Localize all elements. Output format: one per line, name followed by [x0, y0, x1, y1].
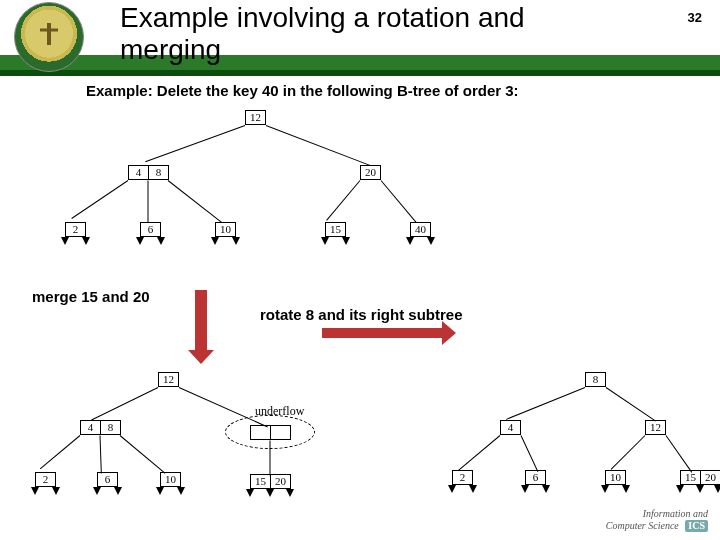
rotate-arrow-icon — [322, 328, 442, 338]
node-key: 4 — [128, 165, 149, 180]
edge — [71, 180, 128, 219]
edge — [270, 441, 271, 476]
edge — [606, 387, 656, 421]
null-pointer-icon — [232, 237, 240, 245]
null-pointer-icon — [93, 487, 101, 495]
merge-arrow-icon — [195, 290, 207, 350]
node-key: 15 — [250, 474, 271, 489]
node-key: 6 — [97, 472, 118, 487]
edge — [506, 387, 585, 420]
mid-leaf-4: 15 20 — [250, 474, 291, 489]
node-key: 20 — [270, 474, 291, 489]
edge — [521, 435, 539, 472]
edge — [326, 180, 360, 220]
mid-leaf-2: 6 — [97, 472, 118, 487]
right-l1-left-node: 4 — [500, 420, 521, 435]
null-pointer-icon — [82, 237, 90, 245]
null-pointer-icon — [246, 489, 254, 497]
node-key: 4 — [500, 420, 521, 435]
merge-label: merge 15 and 20 — [32, 288, 150, 305]
null-pointer-icon — [157, 237, 165, 245]
mid-l1-left-node: 4 8 — [80, 420, 121, 435]
null-pointer-icon — [427, 237, 435, 245]
top-leaf-2: 6 — [140, 222, 161, 237]
null-pointer-icon — [406, 237, 414, 245]
department-logo: Information and Computer Science ICS — [606, 509, 708, 532]
null-pointer-icon — [342, 237, 350, 245]
null-pointer-icon — [696, 485, 704, 493]
node-key: 4 — [80, 420, 101, 435]
edge — [120, 435, 166, 474]
null-pointer-icon — [114, 487, 122, 495]
top-leaf-3: 10 — [215, 222, 236, 237]
top-root-node: 12 — [245, 110, 266, 125]
node-key: 20 — [360, 165, 381, 180]
right-leaf-1: 2 — [452, 470, 473, 485]
node-key: 6 — [140, 222, 161, 237]
node-key: 12 — [245, 110, 266, 125]
null-pointer-icon — [177, 487, 185, 495]
top-l1-left-node: 4 8 — [128, 165, 169, 180]
null-pointer-icon — [156, 487, 164, 495]
mid-root-node: 12 — [158, 372, 179, 387]
mid-leaf-3: 10 — [160, 472, 181, 487]
edge — [168, 180, 222, 223]
null-pointer-icon — [61, 237, 69, 245]
edge — [148, 181, 149, 223]
footer-badge: ICS — [685, 520, 708, 533]
edge — [145, 125, 245, 162]
null-pointer-icon — [286, 489, 294, 497]
node-key: 8 — [585, 372, 606, 387]
null-pointer-icon — [542, 485, 550, 493]
mid-leaf-1: 2 — [35, 472, 56, 487]
right-leaf-4: 15 20 — [680, 470, 720, 485]
null-pointer-icon — [31, 487, 39, 495]
node-key: 15 — [325, 222, 346, 237]
footer-line1: Information and — [643, 508, 708, 519]
right-root-node: 8 — [585, 372, 606, 387]
null-pointer-icon — [266, 489, 274, 497]
edge — [611, 435, 646, 470]
right-leaf-3: 10 — [605, 470, 626, 485]
node-key: 40 — [410, 222, 431, 237]
null-pointer-icon — [448, 485, 456, 493]
node-key: 20 — [700, 470, 720, 485]
null-pointer-icon — [211, 237, 219, 245]
node-key: 2 — [35, 472, 56, 487]
null-pointer-icon — [521, 485, 529, 493]
top-leaf-4: 15 — [325, 222, 346, 237]
null-pointer-icon — [714, 485, 720, 493]
edge — [666, 435, 693, 472]
node-key: 12 — [158, 372, 179, 387]
top-leaf-1: 2 — [65, 222, 86, 237]
node-key: 2 — [65, 222, 86, 237]
node-key: 10 — [160, 472, 181, 487]
rotate-label: rotate 8 and its right subtree — [260, 306, 463, 323]
node-key: 10 — [605, 470, 626, 485]
edge — [91, 387, 158, 420]
null-pointer-icon — [676, 485, 684, 493]
null-pointer-icon — [136, 237, 144, 245]
right-l1-right-node: 12 — [645, 420, 666, 435]
null-pointer-icon — [622, 485, 630, 493]
top-l1-right-node: 20 — [360, 165, 381, 180]
diagram-area: 12 4 8 20 2 6 10 15 40 merge 15 and 20 — [0, 0, 720, 540]
null-pointer-icon — [469, 485, 477, 493]
top-leaf-5: 40 — [410, 222, 431, 237]
node-key: 8 — [100, 420, 121, 435]
node-key: 10 — [215, 222, 236, 237]
edge — [100, 435, 102, 473]
edge — [458, 435, 501, 471]
null-pointer-icon — [601, 485, 609, 493]
edge — [266, 125, 371, 166]
node-key: 6 — [525, 470, 546, 485]
null-pointer-icon — [321, 237, 329, 245]
edge — [381, 180, 417, 223]
node-key: 8 — [148, 165, 169, 180]
footer-line2: Computer Science — [606, 520, 679, 531]
null-pointer-icon — [52, 487, 60, 495]
node-key: 2 — [452, 470, 473, 485]
node-key: 12 — [645, 420, 666, 435]
right-leaf-2: 6 — [525, 470, 546, 485]
edge — [40, 435, 80, 469]
